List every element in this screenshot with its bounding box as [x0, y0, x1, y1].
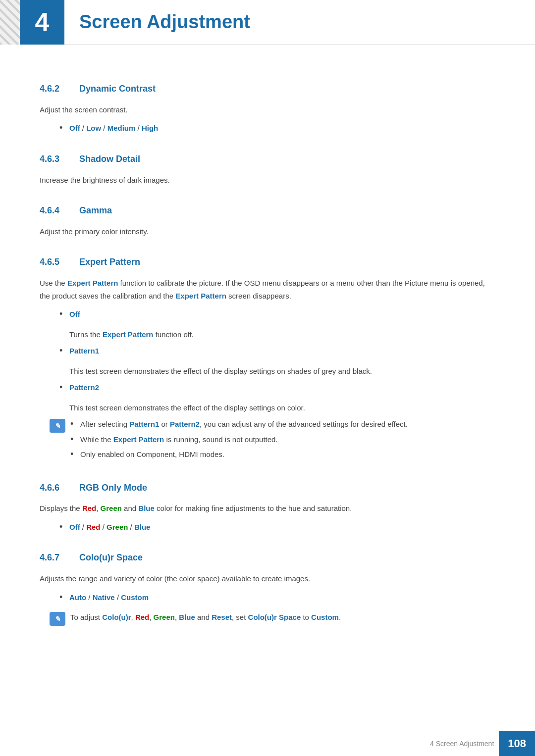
- page-footer: 4 Screen Adjustment 108: [0, 731, 535, 756]
- option-high: High: [142, 124, 158, 132]
- cs-native: Native: [93, 593, 115, 602]
- section-4-6-5-body: Use the Expert Pattern function to calib…: [40, 277, 495, 302]
- section-4-6-2-body: Adjust the screen contrast.: [40, 103, 495, 116]
- ep-off-expert-ref: Expert Pattern: [103, 330, 154, 339]
- section-4-6-2-header: 4.6.2 Dynamic Contrast: [40, 82, 495, 96]
- rgb-green-ref: Green: [101, 504, 122, 512]
- cs-sep-1: /: [88, 593, 92, 602]
- expert-pattern-pattern2: Pattern2: [59, 381, 495, 394]
- section-4-6-6-header: 4.6.6 RGB Only Mode: [40, 481, 495, 495]
- note-item-3: Only enabled on Component, HDMI modes.: [70, 448, 495, 461]
- rgb-sep-2: /: [103, 523, 107, 531]
- section-4-6-7-title: Colo(u)r Space: [79, 551, 143, 565]
- ep-pattern1-label: Pattern1: [69, 347, 99, 355]
- footer-section-label: 4 Screen Adjustment: [430, 738, 494, 749]
- note-content-expert: After selecting Pattern1 or Pattern2, yo…: [70, 418, 495, 463]
- note-pattern2-ref: Pattern2: [170, 420, 200, 428]
- section-4-6-5-title: Expert Pattern: [79, 255, 140, 269]
- section-4-6-7-number: 4.6.7: [40, 551, 69, 565]
- note-ep-ref: Expert Pattern: [113, 435, 164, 444]
- section-4-6-2-options: Off / Low / Medium / High: [59, 122, 495, 135]
- section-4-6-7-body: Adjusts the range and variety of color (…: [40, 572, 495, 585]
- section-4-6-2-title: Dynamic Contrast: [79, 82, 156, 96]
- note-icon-expert: ✎: [50, 419, 65, 433]
- rgb-options: Off / Red / Green / Blue: [59, 521, 495, 534]
- cs-note-blue-ref: Blue: [179, 613, 195, 621]
- ep-pattern2-description: This test screen demonstrates the effect…: [69, 402, 495, 414]
- section-4-6-5-header: 4.6.5 Expert Pattern: [40, 255, 495, 269]
- expert-pattern-ref-1: Expert Pattern: [67, 279, 118, 287]
- rgb-sep-1: /: [82, 523, 86, 531]
- dynamic-contrast-options: Off / Low / Medium / High: [59, 122, 495, 135]
- expert-pattern-notes: ✎ After selecting Pattern1 or Pattern2, …: [50, 418, 495, 463]
- cs-custom: Custom: [121, 593, 149, 602]
- rgb-blue-opt: Blue: [134, 523, 151, 531]
- chapter-number: 4: [35, 1, 50, 43]
- ep-option-pattern2: Pattern2: [59, 381, 495, 394]
- expert-pattern-options: Off: [59, 308, 495, 321]
- separator-3: /: [138, 124, 142, 132]
- rgb-off: Off: [69, 523, 80, 531]
- rgb-green-opt: Green: [107, 523, 128, 531]
- ep-pattern2-label: Pattern2: [69, 383, 99, 392]
- section-4-6-2-number: 4.6.2: [40, 82, 69, 96]
- cs-note-reset-ref: Reset: [212, 613, 232, 621]
- section-4-6-5-number: 4.6.5: [40, 255, 69, 269]
- section-4-6-4-number: 4.6.4: [40, 203, 69, 218]
- rgb-red-opt: Red: [86, 523, 100, 531]
- colour-space-option-list: Auto / Native / Custom: [59, 591, 495, 604]
- section-4-6-6-title: RGB Only Mode: [79, 481, 147, 495]
- rgb-sep-3: /: [130, 523, 134, 531]
- section-4-6-4-title: Gamma: [79, 203, 112, 218]
- ep-off-description: Turns the Expert Pattern function off.: [69, 328, 495, 341]
- rgb-option-list: Off / Red / Green / Blue: [59, 521, 495, 534]
- cs-note-red-ref: Red: [135, 613, 149, 621]
- note-item-2: While the Expert Pattern is running, sou…: [70, 433, 495, 446]
- ep-pattern1-description: This test screen demonstrates the effect…: [69, 365, 495, 378]
- main-content: 4.6.2 Dynamic Contrast Adjust the screen…: [0, 45, 535, 669]
- section-4-6-3-body: Increase the brightness of dark images.: [40, 174, 495, 187]
- note-item-1: After selecting Pattern1 or Pattern2, yo…: [70, 418, 495, 431]
- cs-note-custom-ref: Custom: [311, 613, 339, 621]
- ep-option-off: Off: [59, 308, 495, 321]
- option-off: Off: [69, 124, 80, 132]
- ep-option-pattern1: Pattern1: [59, 345, 495, 357]
- expert-pattern-pattern1: Pattern1: [59, 345, 495, 357]
- separator-1: /: [82, 124, 86, 132]
- chapter-title: Screen Adjustment: [79, 7, 250, 37]
- ep-off-label: Off: [69, 310, 80, 318]
- section-4-6-4-header: 4.6.4 Gamma: [40, 203, 495, 218]
- rgb-red-ref: Red: [82, 504, 96, 512]
- option-medium: Medium: [107, 124, 136, 132]
- note-icon-cs-symbol: ✎: [54, 613, 60, 624]
- header-stripe: [0, 0, 20, 45]
- section-4-6-4-body: Adjust the primary color intensity.: [40, 225, 495, 238]
- page-header: 4 Screen Adjustment: [0, 0, 535, 45]
- option-low: Low: [86, 124, 101, 132]
- expert-pattern-ref-2: Expert Pattern: [175, 292, 226, 300]
- note-pattern1-ref: Pattern1: [129, 420, 159, 428]
- note-icon-colour-space: ✎: [50, 612, 65, 626]
- cs-auto: Auto: [69, 593, 86, 602]
- section-4-6-3-number: 4.6.3: [40, 152, 69, 166]
- section-4-6-6-number: 4.6.6: [40, 481, 69, 495]
- rgb-blue-ref: Blue: [138, 504, 155, 512]
- section-4-6-3-title: Shadow Detail: [79, 152, 140, 166]
- section-4-6-6-body: Displays the Red, Green and Blue color f…: [40, 502, 495, 515]
- cs-sep-2: /: [117, 593, 121, 602]
- cs-note-colour-ref: Colo(u)r: [102, 613, 131, 621]
- section-4-6-7-header: 4.6.7 Colo(u)r Space: [40, 551, 495, 565]
- colour-space-note: ✎ To adjust Colo(u)r, Red, Green, Blue a…: [50, 611, 495, 626]
- cs-note-green-ref: Green: [154, 613, 175, 621]
- section-4-6-3-header: 4.6.3 Shadow Detail: [40, 152, 495, 166]
- chapter-number-block: 4: [20, 0, 64, 45]
- colour-space-options: Auto / Native / Custom: [59, 591, 495, 604]
- colour-space-note-text: To adjust Colo(u)r, Red, Green, Blue and…: [70, 611, 341, 624]
- footer-page-number: 108: [499, 731, 535, 756]
- separator-2: /: [103, 124, 107, 132]
- note-icon-symbol: ✎: [54, 420, 60, 431]
- cs-note-space-ref: Colo(u)r Space: [248, 613, 301, 621]
